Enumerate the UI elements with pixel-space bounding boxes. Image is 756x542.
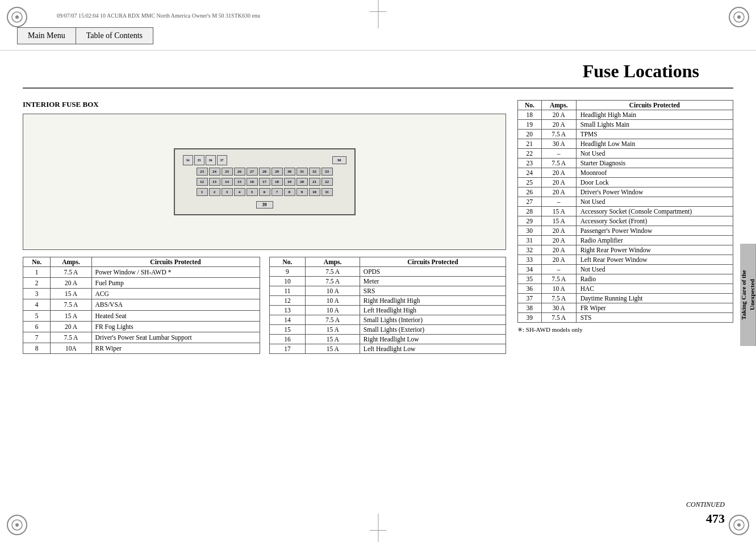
- table-row: 315 AACG: [23, 289, 260, 299]
- crosshair-bottom: [378, 514, 378, 542]
- right-fuse-table: No. Amps. Circuits Protected 1820 AHeadl…: [517, 100, 733, 323]
- table-row: 3830 AFR Wiper: [518, 303, 733, 313]
- table-row: 397.5 ASTS: [518, 313, 733, 323]
- col-no: No.: [23, 257, 51, 267]
- table-row: 27–Not Used: [518, 197, 733, 207]
- right-section: No. Amps. Circuits Protected 1820 AHeadl…: [517, 94, 733, 354]
- svg-point-1: [15, 15, 19, 19]
- left-fuse-table-2: No. Amps. Circuits Protected 97.5 AOPDS1…: [269, 257, 507, 354]
- table-row: 3220 ARight Rear Power Window: [518, 245, 733, 255]
- table-row: 3320 ALeft Rear Power Window: [518, 255, 733, 265]
- col-no: No.: [269, 257, 306, 267]
- table-row: 147.5 ASmall Lights (Interior): [269, 315, 506, 325]
- table-row: 1310 ALeft Headlight High: [269, 306, 506, 315]
- table-row: 97.5 AOPDS: [269, 267, 506, 277]
- table-row: 377.5 ADaytime Running Light: [518, 294, 733, 303]
- table-row: 34–Not Used: [518, 265, 733, 274]
- table-row: 17.5 APower Window / SH-AWD *: [23, 267, 260, 278]
- side-tab[interactable]: Taking Care of the Unexpected: [740, 244, 756, 346]
- col-circuits: Circuits Protected: [91, 257, 260, 267]
- table-row: 2620 ADriver's Power Window: [518, 187, 733, 197]
- table-row: 47.5 AABS/VSA: [23, 299, 260, 310]
- left-fuse-table-1: No. Amps. Circuits Protected 17.5 APower…: [23, 257, 260, 354]
- svg-point-5: [15, 523, 19, 527]
- fuse-tables: No. Amps. Circuits Protected 17.5 APower…: [23, 257, 506, 354]
- table-row: 515 AHeated Seat: [23, 310, 260, 321]
- table-row: 810ARR Wiper: [23, 343, 260, 353]
- table-row: 220 AFuel Pump: [23, 278, 260, 289]
- col-circuits: Circuits Protected: [576, 101, 733, 110]
- col-no: No.: [518, 101, 542, 110]
- col-amps: Amps.: [51, 257, 91, 267]
- print-line: 09/07/07 15:02:04 10 ACURA RDX MMC North…: [57, 12, 260, 19]
- table-row: 1920 ASmall Lights Main: [518, 120, 733, 130]
- continued-text: CONTINUED: [686, 501, 725, 509]
- table-row: 2130 AHeadlight Low Main: [518, 139, 733, 149]
- top-right-stamp: [729, 7, 749, 27]
- svg-point-3: [737, 15, 741, 19]
- bottom-right-stamp: [729, 515, 749, 535]
- crosshair-top: [378, 0, 378, 28]
- table-row: 207.5 ATPMS: [518, 130, 733, 139]
- table-row: 2420 AMoonroof: [518, 168, 733, 178]
- table-row: 1715 ALeft Headlight Low: [269, 344, 506, 354]
- table-row: 77.5 ADriver's Power Seat Lumbar Support: [23, 332, 260, 343]
- table-row: 2520 ADoor Lock: [518, 178, 733, 187]
- table-row: 3020 APassenger's Power Window: [518, 226, 733, 236]
- bottom-left-stamp: [7, 515, 27, 535]
- main-content: INTERIOR FUSE BOX 34 35 36 37 38 23 2: [0, 89, 756, 360]
- table-row: 22–Not Used: [518, 149, 733, 159]
- table-row: 620 AFR Fog Lights: [23, 321, 260, 332]
- left-section: INTERIOR FUSE BOX 34 35 36 37 38 23 2: [23, 94, 506, 354]
- table-row: 3610 AHAC: [518, 284, 733, 294]
- main-menu-button[interactable]: Main Menu: [17, 27, 76, 44]
- table-row: 2815 AAccessory Socket (Console Compartm…: [518, 207, 733, 216]
- col-amps: Amps.: [541, 101, 576, 110]
- col-circuits: Circuits Protected: [360, 257, 506, 267]
- table-of-contents-button[interactable]: Table of Contents: [76, 27, 153, 44]
- table-row: 1515 ASmall Lights (Exterior): [269, 325, 506, 335]
- table-row: 1110 ASRS: [269, 286, 506, 296]
- table-row: 2915 AAccessory Socket (Front): [518, 216, 733, 226]
- footnote: ✳: SH-AWD models only: [517, 326, 733, 333]
- col-amps: Amps.: [306, 257, 360, 267]
- table-row: 237.5 AStarter Diagnosis: [518, 159, 733, 168]
- table-row: 1615 ARight Headlight Low: [269, 335, 506, 344]
- page-number: 473: [706, 511, 725, 526]
- section-header: INTERIOR FUSE BOX: [23, 100, 506, 109]
- fuse-diagram-inner: 34 35 36 37 38 23 24 25 26 27 28 29: [174, 148, 356, 215]
- table-row: 1820 AHeadlight High Main: [518, 110, 733, 120]
- top-left-stamp: [7, 7, 27, 27]
- svg-point-7: [737, 523, 741, 527]
- table-row: 107.5 AMeter: [269, 277, 506, 286]
- table-row: 3120 ARadio Amplifier: [518, 236, 733, 245]
- fuse-box-diagram: 34 35 36 37 38 23 24 25 26 27 28 29: [23, 114, 506, 250]
- page-title: Fuse Locations: [23, 51, 733, 89]
- table-row: 1210 ARight Headlight High: [269, 296, 506, 306]
- table-row: 357.5 ARadio: [518, 274, 733, 284]
